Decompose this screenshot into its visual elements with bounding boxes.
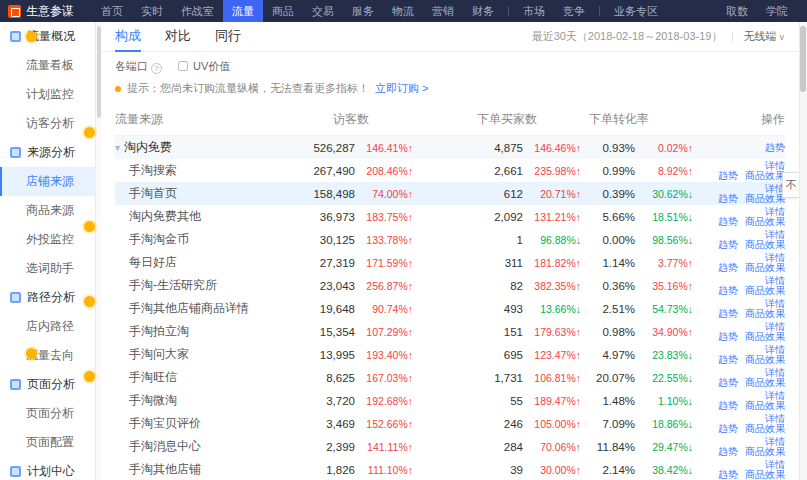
action-link[interactable]: 商品效果 xyxy=(745,262,785,273)
action-link[interactable]: 趋势 xyxy=(718,377,738,388)
sidebar-item-15[interactable]: 计划中心 xyxy=(0,457,95,480)
table-row[interactable]: 手淘微淘3,720192.68%↑55189.47%↑1.48%1.10%↓详情… xyxy=(115,389,785,412)
action-link[interactable]: 趋势 xyxy=(718,262,738,273)
action-link[interactable]: 详情 xyxy=(765,206,785,217)
action-link[interactable]: 商品效果 xyxy=(745,216,785,227)
table-row[interactable]: 手淘消息中心2,399141.11%↑28470.06%↑11.84%29.47… xyxy=(115,435,785,458)
table-row[interactable]: ▾淘内免费526,287146.41%↑4,875146.46%↑0.93%0.… xyxy=(115,136,785,159)
table-row[interactable]: 手淘搜索267,490208.46%↑2,661235.98%↑0.99%8.9… xyxy=(115,159,785,182)
action-link[interactable]: 详情 xyxy=(765,459,785,470)
action-link[interactable]: 趋势 xyxy=(718,239,738,250)
uv-value-checkbox[interactable]: UV价值 xyxy=(178,59,230,74)
sidebar-item-4[interactable]: 来源分析 xyxy=(0,138,95,167)
table-row[interactable]: 手淘其他店铺1,826111.10%↑3930.00%↑2.14%38.42%↓… xyxy=(115,458,785,480)
action-link[interactable]: 商品效果 xyxy=(745,285,785,296)
action-link[interactable]: 商品效果 xyxy=(745,423,785,434)
sidebar-item-3[interactable]: 访客分析 xyxy=(0,109,95,138)
nav-item-9[interactable]: 财务 xyxy=(463,0,503,22)
action-link[interactable]: 详情 xyxy=(765,229,785,240)
checkbox-icon[interactable] xyxy=(178,61,188,71)
action-link[interactable]: 商品效果 xyxy=(745,170,785,181)
feedback-tab[interactable]: 不 xyxy=(782,172,799,198)
action-link[interactable]: 详情 xyxy=(765,344,785,355)
action-link[interactable]: 详情 xyxy=(765,367,785,378)
table-row[interactable]: 手淘-生活研究所23,043256.87%↑82382.35%↑0.36%35.… xyxy=(115,274,785,297)
action-link[interactable]: 详情 xyxy=(765,436,785,447)
action-link[interactable]: 趋势 xyxy=(718,446,738,457)
table-row[interactable]: 每日好店27,319171.59%↑311181.82%↑1.14%3.77%↑… xyxy=(115,251,785,274)
nav-item-11[interactable]: 市场 xyxy=(514,0,554,22)
sidebar-item-5[interactable]: 店铺来源 xyxy=(0,167,95,196)
table-row[interactable]: 手淘宝贝评价3,469152.66%↑246105.00%↑7.09%18.86… xyxy=(115,412,785,435)
action-link[interactable]: 商品效果 xyxy=(745,446,785,457)
action-link[interactable]: 趋势 xyxy=(718,193,738,204)
sidebar-item-7[interactable]: 外投监控 xyxy=(0,225,95,254)
sidebar-item-11[interactable]: 流量去向 xyxy=(0,341,95,370)
expand-caret-icon[interactable]: ▾ xyxy=(115,142,120,153)
action-link[interactable]: 趋势 xyxy=(718,216,738,227)
table-row[interactable]: 手淘淘金币30,125133.78%↑196.88%↓0.00%98.56%↓详… xyxy=(115,228,785,251)
nav-item-12[interactable]: 竞争 xyxy=(554,0,594,22)
table-row[interactable]: 手淘拍立淘15,354107.29%↑151179.63%↑0.98%34.90… xyxy=(115,320,785,343)
action-link[interactable]: 商品效果 xyxy=(745,377,785,388)
action-link[interactable]: 趋势 xyxy=(718,423,738,434)
nav-item-0[interactable]: 首页 xyxy=(92,0,132,22)
nav-item-3[interactable]: 流量 xyxy=(223,0,263,22)
main-scrollbar-thumb[interactable] xyxy=(800,26,806,92)
table-row[interactable]: 手淘其他店铺商品详情19,64890.74%↑49313.66%↓2.51%54… xyxy=(115,297,785,320)
sidebar-item-6[interactable]: 商品来源 xyxy=(0,196,95,225)
table-row[interactable]: 淘内免费其他36,973183.75%↑2,092131.21%↑5.66%18… xyxy=(115,205,785,228)
table-row[interactable]: 手淘旺信8,625167.03%↑1,731106.81%↑20.07%22.5… xyxy=(115,366,785,389)
sidebar-item-8[interactable]: 选词助手 xyxy=(0,254,95,283)
port-filter[interactable]: 各端口? xyxy=(115,59,162,74)
action-link[interactable]: 详情 xyxy=(765,413,785,424)
nav-item-4[interactable]: 商品 xyxy=(263,0,303,22)
action-link[interactable]: 趋势 xyxy=(718,469,738,480)
tab-1[interactable]: 对比 xyxy=(165,22,191,52)
nav-item-5[interactable]: 交易 xyxy=(303,0,343,22)
sidebar-item-1[interactable]: 流量看板 xyxy=(0,51,95,80)
table-row[interactable]: 手淘首页158,49874.00%↑61220.71%↑0.39%30.62%↓… xyxy=(115,182,785,205)
nav-item-2[interactable]: 作战室 xyxy=(172,0,223,22)
sidebar-item-14[interactable]: 页面配置 xyxy=(0,428,95,457)
action-link[interactable]: 详情 xyxy=(765,298,785,309)
help-icon[interactable]: ? xyxy=(151,63,162,74)
nav-item-15[interactable]: 取数 xyxy=(717,0,757,22)
action-link[interactable]: 趋势 xyxy=(718,354,738,365)
date-range-label[interactable]: 最近30天（2018-02-18～2018-03-19） xyxy=(532,29,723,44)
action-link[interactable]: 趋势 xyxy=(718,285,738,296)
terminal-select[interactable]: 无线端∨ xyxy=(743,29,785,44)
action-link[interactable]: 商品效果 xyxy=(745,193,785,204)
sidebar-item-10[interactable]: 店内路径 xyxy=(0,312,95,341)
sidebar-item-0[interactable]: 流量概况 xyxy=(0,22,95,51)
nav-item-1[interactable]: 实时 xyxy=(132,0,172,22)
nav-item-16[interactable]: 学院 xyxy=(757,0,797,22)
action-link[interactable]: 趋势 xyxy=(718,400,738,411)
nav-item-6[interactable]: 服务 xyxy=(343,0,383,22)
action-link[interactable]: 详情 xyxy=(765,160,785,171)
nav-item-14[interactable]: 业务专区 xyxy=(605,0,667,22)
action-link[interactable]: 商品效果 xyxy=(745,308,785,319)
action-link[interactable]: 趋势 xyxy=(718,170,738,181)
sidebar-scrollbar[interactable] xyxy=(96,22,101,480)
action-link[interactable]: 详情 xyxy=(765,275,785,286)
nav-item-8[interactable]: 营销 xyxy=(423,0,463,22)
table-row[interactable]: 手淘问大家13,995193.40%↑695123.47%↑4.97%23.83… xyxy=(115,343,785,366)
action-link[interactable]: 趋势 xyxy=(718,331,738,342)
action-link[interactable]: 商品效果 xyxy=(745,239,785,250)
action-link[interactable]: 趋势 xyxy=(718,308,738,319)
action-link[interactable]: 详情 xyxy=(765,390,785,401)
main-scrollbar[interactable] xyxy=(799,22,807,480)
action-link[interactable]: 趋势 xyxy=(765,142,785,153)
sidebar-item-12[interactable]: 页面分析 xyxy=(0,370,95,399)
action-link[interactable]: 商品效果 xyxy=(745,354,785,365)
sidebar-item-2[interactable]: 计划监控 xyxy=(0,80,95,109)
action-link[interactable]: 商品效果 xyxy=(745,331,785,342)
sidebar-scrollbar-thumb[interactable] xyxy=(97,26,101,118)
app-logo[interactable]: 生意参谋 xyxy=(0,3,92,20)
tab-2[interactable]: 同行 xyxy=(215,22,241,52)
subscribe-link[interactable]: 立即订购 > xyxy=(375,81,428,96)
sidebar-item-9[interactable]: 路径分析 xyxy=(0,283,95,312)
tab-0[interactable]: 构成 xyxy=(115,22,141,52)
action-link[interactable]: 商品效果 xyxy=(745,400,785,411)
